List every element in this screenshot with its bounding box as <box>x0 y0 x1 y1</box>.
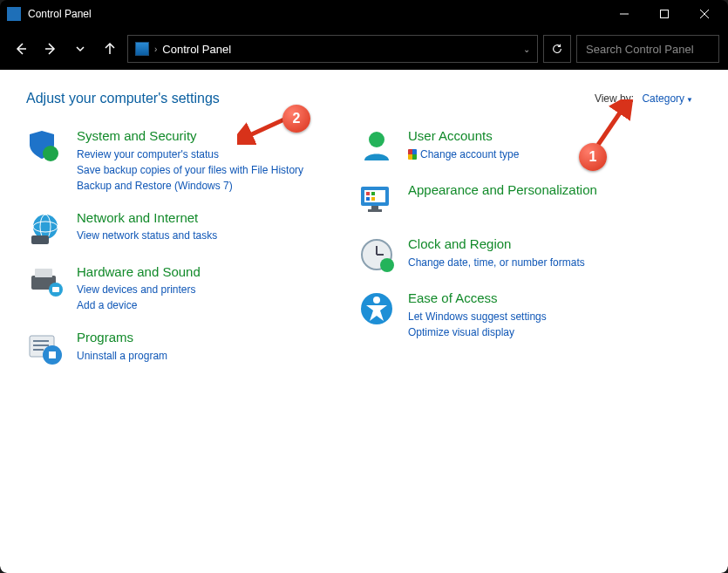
accessibility-icon <box>357 290 396 328</box>
content-area: Adjust your computer's settings View by:… <box>0 70 728 573</box>
svg-point-9 <box>43 146 58 161</box>
svg-rect-23 <box>49 351 56 358</box>
category-title[interactable]: Hardware and Sound <box>77 263 201 281</box>
window-title: Control Panel <box>28 8 92 20</box>
nav-toolbar: › Control Panel ⌄ <box>0 28 728 70</box>
forward-button[interactable] <box>38 37 63 61</box>
category-title[interactable]: Appearance and Personalization <box>408 181 597 199</box>
view-by-label: View by: <box>595 92 634 105</box>
view-by-dropdown[interactable]: Category▼ <box>642 92 693 105</box>
category-link[interactable]: Uninstall a program <box>77 348 167 364</box>
category-column-left: System and Security Review your computer… <box>26 127 323 383</box>
chevron-right-icon: › <box>154 44 157 54</box>
search-input[interactable] <box>584 42 728 57</box>
category-title[interactable]: Clock and Region <box>408 235 585 253</box>
category-link[interactable]: Backup and Restore (Windows 7) <box>77 178 303 194</box>
category-column-right: User Accounts Change account type Appear… <box>357 127 654 383</box>
programs-icon <box>26 329 65 367</box>
svg-point-38 <box>373 297 380 304</box>
svg-rect-17 <box>52 287 59 292</box>
up-button[interactable] <box>98 37 122 61</box>
category-programs: Programs Uninstall a program <box>26 329 323 367</box>
titlebar: Control Panel <box>0 0 728 28</box>
category-link[interactable]: View network status and tasks <box>77 228 217 243</box>
uac-shield-icon <box>408 149 417 160</box>
back-button[interactable] <box>9 37 33 61</box>
user-icon <box>357 127 396 166</box>
category-link[interactable]: Save backup copies of your files with Fi… <box>77 162 303 178</box>
svg-rect-29 <box>366 197 370 201</box>
category-title[interactable]: User Accounts <box>408 127 519 145</box>
svg-point-36 <box>380 258 394 272</box>
svg-point-10 <box>33 215 58 239</box>
category-system-security: System and Security Review your computer… <box>26 127 323 194</box>
minimize-button[interactable] <box>604 0 644 28</box>
category-link[interactable]: Review your computer's status <box>77 147 303 162</box>
category-title[interactable]: Programs <box>77 329 167 346</box>
category-title[interactable]: Ease of Access <box>408 290 547 307</box>
svg-rect-32 <box>368 209 382 212</box>
category-link[interactable]: Optimize visual display <box>408 324 547 340</box>
category-appearance: Appearance and Personalization <box>357 181 654 220</box>
app-icon <box>7 7 21 21</box>
shield-icon <box>26 127 65 166</box>
view-by: View by: Category▼ <box>595 92 693 105</box>
category-link[interactable]: View devices and printers <box>77 282 201 297</box>
category-link[interactable]: Change date, time, or number formats <box>408 255 585 270</box>
chevron-down-icon[interactable]: ⌄ <box>523 44 530 54</box>
address-bar[interactable]: › Control Panel ⌄ <box>127 35 538 63</box>
category-link[interactable]: Let Windows suggest settings <box>408 309 547 324</box>
svg-rect-1 <box>661 10 669 18</box>
globe-icon <box>26 209 65 248</box>
category-user-accounts: User Accounts Change account type <box>357 127 654 166</box>
search-box[interactable] <box>576 35 719 63</box>
svg-rect-31 <box>371 206 378 209</box>
maximize-button[interactable] <box>644 0 684 28</box>
printer-icon <box>26 263 65 302</box>
category-title[interactable]: Network and Internet <box>77 209 217 227</box>
monitor-icon <box>357 181 396 220</box>
svg-rect-28 <box>371 192 375 195</box>
category-title[interactable]: System and Security <box>77 127 303 145</box>
svg-rect-15 <box>35 269 52 277</box>
category-clock: Clock and Region Change date, time, or n… <box>357 235 654 274</box>
svg-rect-30 <box>371 197 375 201</box>
clock-icon <box>357 235 396 274</box>
category-ease-of-access: Ease of Access Let Windows suggest setti… <box>357 290 654 340</box>
breadcrumb[interactable]: Control Panel <box>162 43 231 56</box>
category-hardware: Hardware and Sound View devices and prin… <box>26 263 323 314</box>
control-panel-icon <box>135 42 149 56</box>
category-link[interactable]: Add a device <box>77 297 201 313</box>
svg-rect-13 <box>31 235 49 244</box>
refresh-button[interactable] <box>543 35 571 63</box>
category-link[interactable]: Change account type <box>408 147 519 162</box>
recent-dropdown[interactable] <box>68 37 92 61</box>
category-network: Network and Internet View network status… <box>26 209 323 248</box>
close-button[interactable] <box>684 0 725 28</box>
svg-rect-27 <box>366 192 370 195</box>
svg-point-24 <box>369 132 384 147</box>
